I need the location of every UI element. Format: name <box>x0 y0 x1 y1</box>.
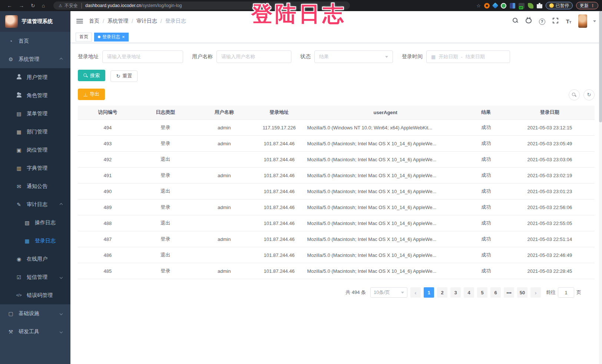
tag-active[interactable]: 登录日志× <box>94 33 129 42</box>
hamburger-icon[interactable] <box>76 18 83 24</box>
sidebar-item-operation-log[interactable]: ▧操作日志 <box>0 214 70 232</box>
user-avatar[interactable] <box>578 14 587 28</box>
pager-more[interactable]: ••• <box>504 287 514 298</box>
page-button-2[interactable]: 2 <box>437 287 447 298</box>
address-label: 登录地址 <box>78 53 99 60</box>
login-log-icon: ▦ <box>24 238 30 244</box>
sidebar-item-label: 错误码管理 <box>27 292 53 299</box>
font-size-icon[interactable]: TT <box>565 18 572 24</box>
toggle-search-button[interactable] <box>569 89 580 100</box>
sidebar-item-login-log[interactable]: ▦登录日志 <box>0 232 70 250</box>
browser-menu-icon[interactable]: ⋮ <box>591 3 595 8</box>
browser-back-icon[interactable]: ← <box>7 3 12 9</box>
cell-id: 492 <box>78 152 138 168</box>
sidebar-item-system[interactable]: ⚙系统管理 <box>0 50 70 68</box>
status-select[interactable]: 结果 <box>314 50 393 63</box>
extension-gem-icon[interactable] <box>492 3 499 9</box>
browser-forward-icon[interactable]: → <box>19 3 24 9</box>
cell-id: 485 <box>78 263 138 279</box>
column-header: 登录地址 <box>255 106 304 120</box>
date-range-separator: - <box>461 54 462 60</box>
github-icon[interactable] <box>525 18 532 25</box>
cell-login-address: 101.87.244.46 <box>255 136 304 152</box>
extension-grid-icon[interactable] <box>510 3 515 9</box>
table-row: 492退出101.87.244.46Mozilla/5.0 (Macintosh… <box>78 152 595 168</box>
extension-leaf-icon[interactable] <box>528 3 533 9</box>
sidebar-item-online-user[interactable]: ◉在线用户 <box>0 250 70 268</box>
breadcrumb-item[interactable]: 首页 <box>89 18 99 24</box>
extensions-puzzle-icon[interactable] <box>537 3 542 9</box>
sidebar-item-audit-log[interactable]: ✎审计日志 <box>0 195 70 214</box>
username-input[interactable]: 请输入用户名称 <box>216 50 291 63</box>
help-icon[interactable]: ? <box>538 18 546 25</box>
breadcrumb-item[interactable]: 审计日志 <box>136 18 157 24</box>
page-button-5[interactable]: 5 <box>477 287 487 298</box>
browser-update-button[interactable]: 更新 ⋮ <box>576 2 598 9</box>
sidebar-item-infra[interactable]: ▢基础设施 <box>0 304 70 322</box>
login-log-table: 访问编号日志类型用户名称登录地址userAgent结果登录日期 494登录adm… <box>78 106 595 279</box>
avatar-caret-icon[interactable] <box>593 20 596 22</box>
browser-reload-icon[interactable]: ↻ <box>31 3 35 9</box>
tag-label: 首页 <box>79 34 88 40</box>
sidebar-item-home[interactable]: ◔首页 <box>0 32 70 50</box>
browser-home-icon[interactable]: ⌂ <box>42 3 45 9</box>
page-button-3[interactable]: 3 <box>450 287 461 298</box>
sidebar-item-devtools[interactable]: ⚒研发工具 <box>0 322 70 341</box>
breadcrumb-item: 登录日志 <box>165 18 186 24</box>
date-range-picker[interactable]: ▦ 开始日期 - 结束日期 <box>426 50 510 63</box>
goto-page-input[interactable]: 1 <box>558 287 574 298</box>
page-button-1[interactable]: 1 <box>424 287 434 298</box>
tag-dot-icon <box>98 36 100 38</box>
profile-paused-pill[interactable]: 已暂停 <box>546 2 573 9</box>
sidebar-item-dict[interactable]: ▥字典管理 <box>0 159 70 177</box>
sidebar-item-role[interactable]: 角色管理 <box>0 86 70 105</box>
reset-button[interactable]: ↻ 重置 <box>110 70 138 82</box>
prev-page-button[interactable]: ‹ <box>410 287 421 298</box>
page-button-6[interactable]: 6 <box>490 287 501 298</box>
sidebar-item-label: 操作日志 <box>35 219 56 226</box>
page-button-50[interactable]: 50 <box>517 287 527 298</box>
cell-login-date: 2021-05-03 23:05:49 <box>505 136 595 152</box>
cell-id: 490 <box>78 183 138 199</box>
address-input[interactable]: 请输入登录地址 <box>102 50 183 63</box>
status-label: 状态 <box>300 53 311 60</box>
fullscreen-icon[interactable] <box>552 18 559 25</box>
tag-item[interactable]: 首页 <box>76 33 92 42</box>
tag-close-icon[interactable]: × <box>122 34 125 39</box>
cell-login-date: 2021-05-03 23:03:06 <box>505 152 595 168</box>
sidebar-item-notice[interactable]: ✉通知公告 <box>0 177 70 195</box>
sidebar-item-menu[interactable]: ▤菜单管理 <box>0 105 70 123</box>
breadcrumb-item[interactable]: 系统管理 <box>108 18 128 24</box>
sidebar-item-user[interactable]: 用户管理 <box>0 68 70 86</box>
sidebar-item-label: 首页 <box>19 38 29 44</box>
cell-user-agent: Mozilla/5.0 (Macintosh; Intel Mac OS X 1… <box>303 168 467 183</box>
export-button[interactable]: ↓ 导出 <box>78 89 105 100</box>
sidebar-item-error-code[interactable]: </>错误码管理 <box>0 286 70 304</box>
refresh-table-button[interactable]: ↻ <box>583 89 595 100</box>
sidebar-item-post[interactable]: ▣岗位管理 <box>0 141 70 159</box>
cell-log-type: 退出 <box>138 152 194 168</box>
page-button-4[interactable]: 4 <box>464 287 474 298</box>
extension-green-icon[interactable] <box>501 3 506 9</box>
column-header: 结果 <box>467 106 505 120</box>
column-header: 日志类型 <box>138 106 194 120</box>
chevron-up-icon <box>60 57 63 60</box>
cell-login-address: 101.87.244.46 <box>255 231 304 247</box>
sidebar-item-sms[interactable]: ☑短信管理 <box>0 268 70 286</box>
header-search-icon[interactable] <box>512 18 519 24</box>
next-page-button[interactable]: › <box>530 287 541 298</box>
scrollbar-thumb[interactable] <box>599 11 602 122</box>
sidebar-logo[interactable]: 芋道管理系统 <box>0 11 70 32</box>
annotation-title: 登陆日志 <box>251 0 346 29</box>
org-tree-icon: ▦ <box>16 129 22 135</box>
page-scrollbar[interactable] <box>599 11 602 364</box>
sidebar-item-dept[interactable]: ▦部门管理 <box>0 123 70 141</box>
sidebar-item-label: 短信管理 <box>27 274 47 281</box>
cell-login-address: 101.87.244.46 <box>255 263 304 279</box>
extension-on-icon[interactable]: on <box>519 3 525 9</box>
bookmark-star-icon[interactable]: ☆ <box>476 3 481 9</box>
page-size-select[interactable]: 10条/页 <box>370 287 407 298</box>
extension-orange-icon[interactable] <box>484 3 490 9</box>
breadcrumb: 首页/系统管理/审计日志/登录日志 <box>89 18 186 24</box>
search-button[interactable]: 搜索 <box>78 70 105 81</box>
